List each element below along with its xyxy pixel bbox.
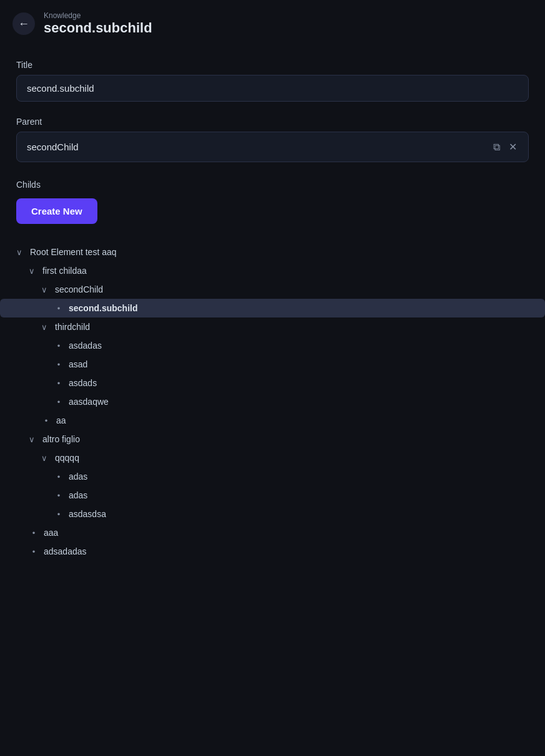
bullet-icon: • (54, 304, 64, 313)
bullet-icon: • (29, 528, 39, 538)
breadcrumb: Knowledge (44, 11, 152, 20)
bullet-icon: • (54, 341, 64, 351)
tree-row[interactable]: • aa (16, 411, 529, 430)
tree-row[interactable]: • adsadadas (16, 542, 529, 561)
parent-field: secondChild ⧉ ✕ (16, 132, 529, 162)
close-icon: ✕ (509, 141, 517, 153)
main-content: Title Parent secondChild ⧉ ✕ Childs Crea… (0, 47, 545, 573)
tree-row[interactable]: • aaa (16, 523, 529, 542)
header: ← Knowledge second.subchild (0, 0, 545, 47)
back-icon: ← (18, 17, 29, 31)
tree-item-label: secondChild (55, 284, 103, 294)
parent-section: Parent secondChild ⧉ ✕ (16, 117, 529, 162)
bullet-icon: • (54, 510, 64, 519)
tree-item-label: aaa (44, 528, 58, 538)
tree-row[interactable]: ∨ secondChild (16, 280, 529, 299)
tree-item-label: adas (69, 490, 87, 500)
chevron-down-icon: ∨ (29, 266, 39, 276)
chevron-down-icon: ∨ (41, 322, 51, 332)
parent-label: Parent (16, 117, 529, 127)
page-title: second.subchild (44, 20, 152, 36)
back-button[interactable]: ← (12, 12, 35, 35)
tree-item-label: altro figlio (42, 434, 80, 444)
childs-section: Childs Create New (16, 180, 529, 239)
tree-row[interactable]: • adas (16, 467, 529, 486)
chevron-down-icon: ∨ (29, 435, 39, 444)
tree-item-label: aasdaqwe (69, 397, 109, 407)
title-label: Title (16, 60, 529, 70)
chevron-down-icon: ∨ (41, 285, 51, 294)
external-link-button[interactable]: ⧉ (492, 140, 501, 154)
title-section: Title (16, 60, 529, 117)
parent-value: secondChild (27, 142, 492, 152)
tree-row[interactable]: • asdadas (16, 336, 529, 355)
tree-row[interactable]: • adas (16, 486, 529, 505)
tree-item-label: thirdchild (55, 322, 90, 332)
chevron-down-icon: ∨ (16, 248, 26, 257)
bullet-icon: • (54, 379, 64, 388)
title-input[interactable] (16, 75, 529, 102)
tree-row[interactable]: ∨ thirdchild (16, 317, 529, 336)
bullet-icon: • (41, 416, 51, 425)
bullet-icon: • (54, 360, 64, 369)
tree-item-label: first childaa (42, 266, 87, 276)
tree-row-highlighted[interactable]: • second.subchild (0, 299, 545, 317)
tree-item-label: asdasdsa (69, 509, 106, 519)
bullet-icon: • (29, 547, 39, 556)
bullet-icon: • (54, 472, 64, 482)
tree-item-label: adsadadas (44, 546, 87, 556)
tree-container: ∨ Root Element test aaq ∨ first childaa … (16, 243, 529, 561)
tree-item-label: Root Element test aaq (30, 247, 117, 257)
childs-label: Childs (16, 180, 529, 190)
tree-item-label: adas (69, 472, 87, 482)
tree-row[interactable]: ∨ Root Element test aaq (16, 243, 529, 261)
tree-item-label: asad (69, 359, 87, 369)
tree-item-label: asdadas (69, 341, 102, 351)
tree-item-label: aa (56, 415, 66, 425)
tree-row[interactable]: • asdads (16, 374, 529, 392)
tree-item-label: qqqqq (55, 453, 79, 463)
tree-row[interactable]: • asad (16, 355, 529, 374)
clear-parent-button[interactable]: ✕ (508, 140, 518, 154)
external-link-icon: ⧉ (493, 142, 500, 153)
bullet-icon: • (54, 397, 64, 407)
tree-row[interactable]: ∨ first childaa (16, 261, 529, 280)
tree-item-label: second.subchild (69, 303, 137, 313)
tree-row[interactable]: ∨ qqqqq (16, 448, 529, 467)
tree-row[interactable]: ∨ altro figlio (16, 430, 529, 448)
tree-item-label: asdads (69, 378, 97, 388)
create-new-button[interactable]: Create New (16, 198, 97, 224)
bullet-icon: • (54, 491, 64, 500)
parent-icons: ⧉ ✕ (492, 140, 518, 154)
tree-row[interactable]: • asdasdsa (16, 505, 529, 523)
chevron-down-icon: ∨ (41, 453, 51, 463)
tree-row[interactable]: • aasdaqwe (16, 392, 529, 411)
